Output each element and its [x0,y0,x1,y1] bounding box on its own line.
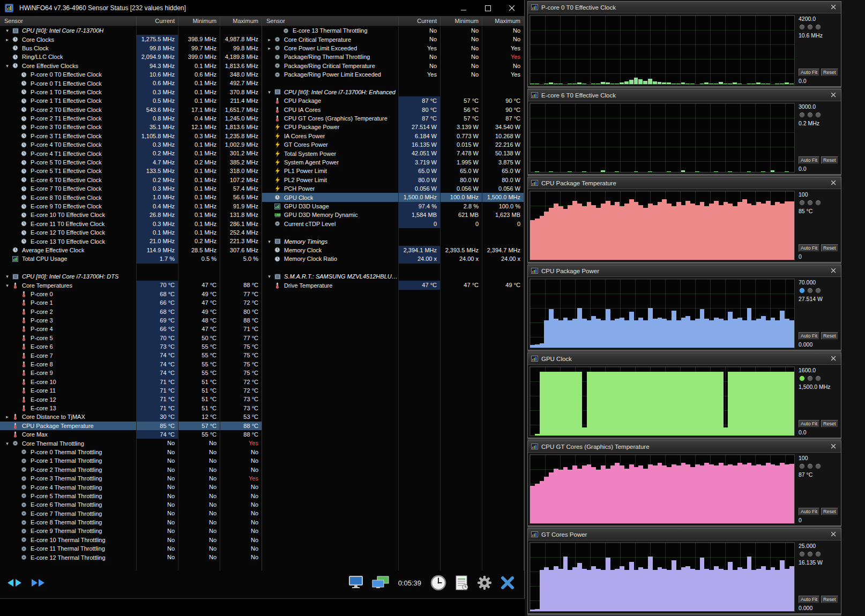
graph-close-icon[interactable] [830,5,838,10]
sensor-row[interactable]: P-core 4 T1 Effective Clock0.2 MHz0.1 MH… [0,149,262,157]
sensor-row[interactable]: E-core 12 T0 Effective Clock0.1 MHz0.1 M… [0,228,262,237]
sensor-row[interactable]: P-core 570 °C50 °C77 °C [0,334,262,342]
sensor-row[interactable]: P-core 3 Thermal ThrottlingNoNoYes [0,474,262,483]
column-header-current[interactable]: Current [398,16,440,26]
close-button[interactable] [500,0,524,16]
graph-led-button[interactable] [815,112,821,118]
autofit-button[interactable]: Auto Fit [799,420,819,427]
graph-led-button[interactable] [815,288,821,294]
graph-titlebar[interactable]: CPU Package Temperature [528,177,841,189]
graph-led-button[interactable] [799,24,805,30]
graph-led-button[interactable] [815,24,821,30]
sensor-row[interactable]: E-core 11 Thermal ThrottlingNoNoNo [0,544,262,553]
sensor-row[interactable]: P-core 1 T1 Effective Clock0.5 MHz0.1 MH… [0,96,262,105]
collapse-chevron-icon[interactable]: ▾ [3,26,11,35]
graph-titlebar[interactable]: P-core 0 T0 Effective Clock [528,2,841,13]
sensor-row[interactable]: E-core 7 T0 Effective Clock0.3 MHz0.1 MH… [0,184,262,193]
sensor-row[interactable]: E-core 974 °C55 °C75 °C [0,369,262,377]
sensor-row[interactable]: ▸Core Critical TemperatureNoNoNo [262,35,524,43]
autofit-button[interactable]: Auto Fit [799,332,819,340]
graph-close-icon[interactable] [830,268,838,273]
sensor-row[interactable]: P-core 1 T0 Effective Clock0.3 MHz0.1 MH… [0,88,262,96]
column-header-maximum[interactable]: Maximum [482,16,524,26]
sensor-row[interactable]: Drive Temperature47 °C47 °C49 °C [262,281,524,289]
graph-led-button[interactable] [807,112,813,118]
expand-chevron-icon[interactable]: ▸ [265,35,273,44]
reset-button[interactable]: Reset [821,420,838,427]
sensor-row[interactable]: E-core 8 Thermal ThrottlingNoNoNo [0,518,262,527]
autofit-button[interactable]: Auto Fit [799,596,819,603]
sensor-row[interactable]: P-core 3 T0 Effective Clock35.1 MHz12.1 … [0,123,262,131]
collapse-chevron-icon[interactable]: ▾ [3,281,11,290]
close-sensors-button[interactable] [498,574,517,592]
graph-led-button[interactable] [799,463,805,469]
section-row[interactable]: ▾CPU [#0]: Intel Core i7-13700H [0,26,262,35]
collapse-chevron-icon[interactable]: ▾ [265,88,273,96]
reset-button[interactable]: Reset [821,332,838,340]
sensor-row[interactable]: E-core 874 °C55 °C75 °C [0,360,262,369]
sensor-row[interactable]: P-core 166 °C47 °C72 °C [0,298,262,307]
sensor-row[interactable]: System Agent Power3.719 W1.995 W3.875 W [262,158,524,167]
sensor-row[interactable]: P-core 0 T1 Effective Clock0.6 MHz0.1 MH… [0,79,262,87]
sensor-row[interactable]: Package/Ring Critical TemperatureNoNoNo [262,62,524,70]
column-header-minimum[interactable]: Minimum [440,16,482,26]
graph-close-icon[interactable] [830,532,838,537]
reset-button[interactable]: Reset [821,69,838,76]
graph-close-icon[interactable] [830,444,838,449]
sensor-row[interactable]: Memory Clock Ratio24.00 x24.00 x24.00 x [262,254,524,263]
sensor-row[interactable]: E-core 1271 °C51 °C73 °C [0,395,262,403]
sensor-row[interactable]: E-core 8 T0 Effective Clock1.0 MHz0.1 MH… [0,193,262,201]
column-header-sensor[interactable]: Sensor [0,18,136,24]
graph-titlebar[interactable]: CPU Package Power [528,265,841,277]
sensor-row[interactable]: Total CPU Usage1.7 %0.5 %5.0 % [0,254,262,263]
collapse-chevron-icon[interactable]: ▾ [3,439,11,448]
sensor-row[interactable]: E-core 6 T0 Effective Clock0.2 MHz0.1 MH… [0,176,262,184]
sensor-row[interactable]: E-core 673 °C55 °C75 °C [0,342,262,351]
sensor-row[interactable]: E-core 13 T0 Effective Clock21.0 MHz0.2 … [0,237,262,245]
sensor-row[interactable]: GPU D3D Memory Dynamic1,584 MB621 MB1,62… [262,211,524,219]
sensor-row[interactable]: Ring/LLC Clock2,094.9 MHz399.0 MHz4,189.… [0,52,262,61]
sensor-row[interactable]: Core Max74 °C55 °C88 °C [0,430,262,439]
sensor-row[interactable]: E-core 1371 °C51 °C73 °C [0,404,262,412]
sensor-row[interactable]: E-core 9 T0 Effective Clock0.4 MHz0.1 MH… [0,202,262,211]
sensor-row[interactable]: P-core 2 Thermal ThrottlingNoNoNo [0,465,262,474]
section-row[interactable]: ▾CPU [#0]: Intel Core i7-13700H: DTS [0,272,262,281]
reset-button[interactable]: Reset [821,244,838,252]
sensor-row[interactable]: Total System Power42.051 W7.478 W50.138 … [262,149,524,157]
sensor-row[interactable]: Package/Ring Power Limit ExceededYesNoYe… [262,70,524,79]
reset-button[interactable]: Reset [821,156,838,164]
column-header-sensor[interactable]: Sensor [262,18,398,24]
graph-led-button[interactable] [807,200,813,206]
sensor-row[interactable]: GT Cores Power16.135 W0.015 W22.216 W [262,140,524,149]
sensor-row[interactable]: CPU Package Power27.514 W3.139 W34.540 W [262,123,524,131]
sensor-row[interactable]: P-core 2 T1 Effective Clock0.8 MHz0.4 MH… [0,114,262,123]
sensor-row[interactable]: PCH Power0.056 W0.056 W0.056 W [262,184,524,193]
graph-led-button[interactable] [815,551,821,557]
graph-close-icon[interactable] [830,356,838,361]
sensor-row[interactable]: E-core 7 Thermal ThrottlingNoNoNo [0,509,262,517]
autofit-button[interactable]: Auto Fit [799,508,819,515]
sensor-row[interactable]: P-core 068 °C49 °C77 °C [0,290,262,298]
graph-close-icon[interactable] [830,93,838,97]
expand-chevron-icon[interactable]: ▸ [3,35,11,44]
maximize-button[interactable] [476,0,500,16]
collapse-chevron-icon[interactable]: ▾ [3,272,11,281]
expand-chevron-icon[interactable]: ▸ [3,412,11,421]
sensor-row[interactable]: P-core 369 °C48 °C88 °C [0,316,262,325]
graph-close-icon[interactable] [830,181,838,185]
autofit-button[interactable]: Auto Fit [799,156,819,164]
sensor-row[interactable]: E-core 12 Thermal ThrottlingNoNoNo [0,553,262,561]
sensor-row[interactable]: P-core 0 Thermal ThrottlingNoNoNo [0,448,262,456]
sensor-row[interactable]: P-core 5 T0 Effective Clock4.7 MHz0.2 MH… [0,158,262,167]
sensor-row[interactable]: Memory Clock2,394.1 MHz2,393.5 MHz2,394.… [262,246,524,254]
sensor-row[interactable]: P-core 4 T0 Effective Clock0.3 MHz0.1 MH… [0,140,262,149]
sensor-row[interactable]: P-core 1 Thermal ThrottlingNoNoNo [0,456,262,465]
graph-led-button[interactable] [799,375,805,381]
sensor-row[interactable]: Package/Ring Thermal ThrottlingNoNoYes [262,52,524,61]
sensor-row[interactable]: E-core 10 Thermal ThrottlingNoNoNo [0,536,262,544]
graph-led-button[interactable] [815,200,821,206]
sensor-row[interactable]: ▾Core Temperatures70 °C47 °C88 °C [0,281,262,289]
graph-led-button[interactable] [807,24,813,30]
graph-led-button[interactable] [815,375,821,381]
nav-previous-button[interactable] [5,577,24,588]
